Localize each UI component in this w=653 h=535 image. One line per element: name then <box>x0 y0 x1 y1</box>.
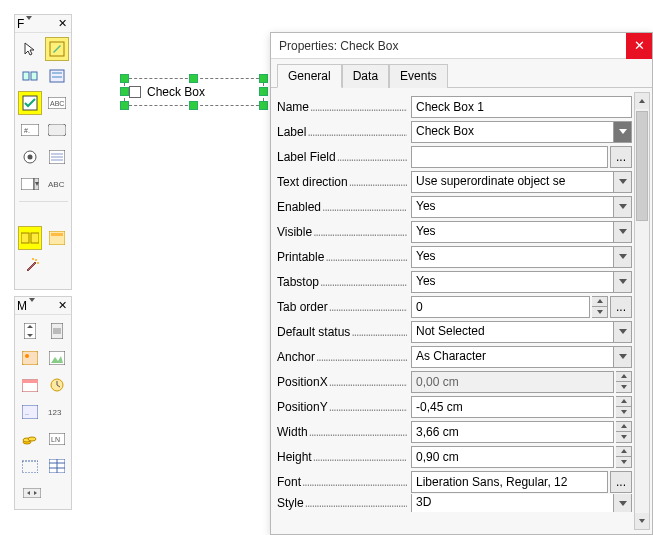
tool-currencyfield[interactable] <box>18 427 42 451</box>
combo-defaultstatus[interactable]: Not Selected <box>411 321 632 343</box>
tab-data[interactable]: Data <box>342 64 389 88</box>
tool-textbox[interactable]: ABC <box>45 91 69 115</box>
toolbar-form-titlebar[interactable]: F ✕ <box>15 15 71 33</box>
combo-style[interactable]: 3D <box>411 494 632 512</box>
spin-down-icon[interactable] <box>616 406 631 417</box>
tool-form-design[interactable] <box>45 226 69 250</box>
input-height[interactable] <box>411 446 614 468</box>
tool-scrollbar[interactable] <box>45 319 69 343</box>
tool-label[interactable]: ABC <box>45 172 69 196</box>
tool-formatted-field[interactable]: #. <box>18 118 42 142</box>
tool-imagecontrol[interactable] <box>45 346 69 370</box>
tool-wizards[interactable] <box>20 253 44 277</box>
canvas-selection-frame[interactable]: Check Box <box>124 78 264 106</box>
toolbar-menu-icon[interactable] <box>29 302 37 310</box>
row-positiony: PositionY <box>277 394 632 419</box>
scroll-down-icon[interactable] <box>635 513 649 529</box>
tool-checkbox[interactable] <box>18 91 42 115</box>
chevron-down-icon[interactable] <box>613 272 631 292</box>
toolbar-more-titlebar[interactable]: M ✕ <box>15 297 71 315</box>
resize-handle-mr[interactable] <box>259 87 268 96</box>
tab-general[interactable]: General <box>277 64 342 88</box>
tab-events[interactable]: Events <box>389 64 448 88</box>
spin-down-icon[interactable] <box>616 431 631 442</box>
combo-tabstop[interactable]: Yes <box>411 271 632 293</box>
tool-form-properties[interactable] <box>45 64 69 88</box>
spin-down-icon[interactable] <box>616 456 631 467</box>
chevron-down-icon[interactable] <box>613 322 631 342</box>
scroll-track[interactable] <box>635 109 649 513</box>
spin-up-icon[interactable] <box>592 297 607 307</box>
label-textdirection: Text direction <box>277 175 349 189</box>
tool-imagebutton[interactable] <box>18 346 42 370</box>
svg-point-26 <box>37 262 39 264</box>
spin-up-icon[interactable] <box>616 422 631 432</box>
label-labelfield: Label Field <box>277 150 337 164</box>
resize-handle-br[interactable] <box>259 101 268 110</box>
combo-anchor[interactable]: As Character <box>411 346 632 368</box>
tool-timefield[interactable] <box>45 373 69 397</box>
combo-enabled[interactable]: Yes <box>411 196 632 218</box>
tool-pushbutton[interactable] <box>45 118 69 142</box>
input-name[interactable] <box>411 96 632 118</box>
toolbar-close-icon[interactable]: ✕ <box>55 299 69 313</box>
tool-spinbutton[interactable] <box>18 319 42 343</box>
input-labelfield[interactable] <box>411 146 608 168</box>
spinner-width[interactable] <box>616 421 632 443</box>
chevron-down-icon[interactable] <box>613 197 631 217</box>
close-button[interactable]: ✕ <box>626 33 652 59</box>
resize-handle-bm[interactable] <box>189 101 198 110</box>
input-width[interactable] <box>411 421 614 443</box>
tool-patternfield[interactable]: LN <box>45 427 69 451</box>
toolbar-menu-icon[interactable] <box>26 20 34 28</box>
tool-datefield[interactable] <box>18 373 42 397</box>
combo-visible[interactable]: Yes <box>411 221 632 243</box>
chevron-down-icon[interactable] <box>613 494 631 512</box>
combo-textdirection[interactable]: Use superordinate object se <box>411 171 632 193</box>
properties-titlebar[interactable]: Properties: Check Box ✕ <box>271 33 652 59</box>
chevron-down-icon[interactable] <box>613 172 631 192</box>
resize-handle-tr[interactable] <box>259 74 268 83</box>
chevron-down-icon[interactable] <box>613 247 631 267</box>
label-defaultstatus: Default status <box>277 325 351 339</box>
tool-more-controls[interactable] <box>18 226 42 250</box>
properties-scrollbar[interactable] <box>634 92 650 530</box>
tool-tablecontrol[interactable] <box>45 454 69 478</box>
resize-handle-ml[interactable] <box>120 87 129 96</box>
taborder-browse-button[interactable]: ... <box>610 296 632 318</box>
spin-up-icon[interactable] <box>616 447 631 457</box>
chevron-down-icon[interactable] <box>613 347 631 367</box>
tool-control-properties[interactable] <box>18 64 42 88</box>
spinner-taborder[interactable] <box>592 296 608 318</box>
tool-combobox[interactable] <box>18 172 42 196</box>
resize-handle-bl[interactable] <box>120 101 129 110</box>
tool-groupbox[interactable] <box>18 454 42 478</box>
toolbar-close-icon[interactable]: ✕ <box>55 17 69 31</box>
tool-numericfield[interactable]: 123 <box>45 400 69 424</box>
chevron-down-icon[interactable] <box>613 222 631 242</box>
spinner-height[interactable] <box>616 446 632 468</box>
scroll-thumb[interactable] <box>636 111 648 221</box>
combo-printable[interactable]: Yes <box>411 246 632 268</box>
tool-listbox[interactable] <box>45 145 69 169</box>
input-positiony[interactable] <box>411 396 614 418</box>
spin-down-icon[interactable] <box>592 306 607 317</box>
svg-rect-1 <box>23 72 29 80</box>
combo-label[interactable]: Check Box <box>411 121 632 143</box>
tool-select[interactable] <box>18 37 42 61</box>
input-taborder[interactable] <box>411 296 590 318</box>
tool-navigationbar[interactable] <box>20 481 44 505</box>
font-browse-button[interactable]: ... <box>610 471 632 493</box>
resize-handle-tm[interactable] <box>189 74 198 83</box>
spin-up-icon[interactable] <box>616 397 631 407</box>
resize-handle-tl[interactable] <box>120 74 129 83</box>
input-font[interactable] <box>411 471 608 493</box>
tool-optionbutton[interactable] <box>18 145 42 169</box>
labelfield-browse-button[interactable]: ... <box>610 146 632 168</box>
spinner-positiony[interactable] <box>616 396 632 418</box>
chevron-down-icon[interactable] <box>613 122 631 142</box>
scroll-up-icon[interactable] <box>635 93 649 109</box>
properties-scroll-area: Name Label Check Box Label Field ... Tex… <box>277 94 632 532</box>
tool-design-mode[interactable] <box>45 37 69 61</box>
tool-fileselection[interactable]: .. <box>18 400 42 424</box>
